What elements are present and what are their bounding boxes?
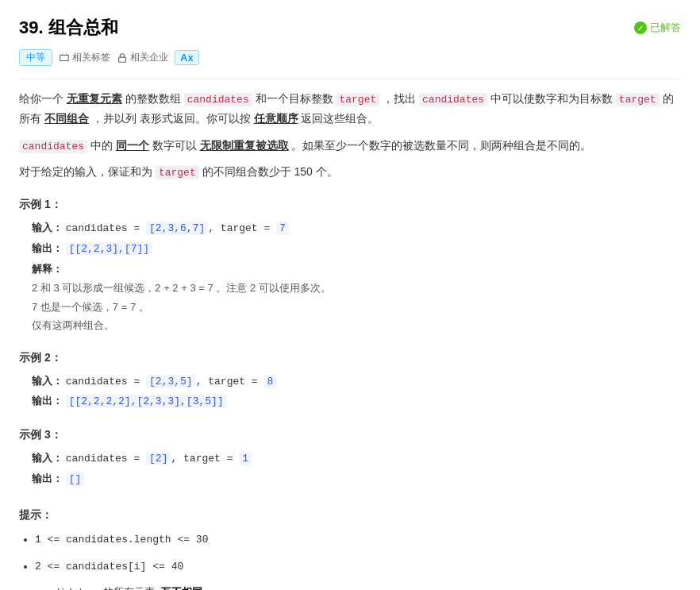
example3-input-label: 输入： <box>32 452 63 464</box>
keyword-any-order: 任意顺序 <box>254 112 298 125</box>
header-row: 39. 组合总和 ✓ 已解答 <box>19 16 681 40</box>
hint1-item: 1 <= candidates.length <= 30 <box>35 530 681 549</box>
example3-title: 示例 3： <box>19 428 681 442</box>
tag-icon <box>59 52 70 64</box>
example1-explain-row: 解释： <box>32 260 681 280</box>
problem-description: 给你一个 无重复元素 的整数数组 candidates 和一个目标整数 targ… <box>19 89 681 182</box>
example1-explain-title: 解释： <box>32 263 63 275</box>
keyword-no-dup: 无重复元素 <box>67 92 122 105</box>
keyword-same: 同一个 <box>116 139 149 152</box>
example3-target-val: 1 <box>239 452 252 465</box>
example3-candidates-val: [2] <box>146 452 171 465</box>
check-icon: ✓ <box>634 21 647 34</box>
example2-input-row: 输入： candidates = [2,3,5], target = 8 <box>32 372 681 392</box>
related-tags-link[interactable]: 相关标签 <box>59 51 110 64</box>
desc-p1: 给你一个 无重复元素 的整数数组 candidates 和一个目标整数 targ… <box>19 89 681 129</box>
code-target2: target <box>616 93 660 106</box>
example3-input-row: 输入： candidates = [2], target = 1 <box>32 449 681 469</box>
example3-block: 输入： candidates = [2], target = 1 输出： [] <box>19 449 681 489</box>
example3-input-value: candidates = [2], target = 1 <box>66 452 252 465</box>
example3-section: 示例 3： 输入： candidates = [2], target = 1 输… <box>19 428 681 489</box>
example2-input-value: candidates = [2,3,5], target = 8 <box>66 375 277 388</box>
example1-input-label: 输入： <box>32 222 63 233</box>
hint2-item: 2 <= candidates[i] <= 40 <box>35 557 681 576</box>
hints-list: 1 <= candidates.length <= 30 2 <= candid… <box>19 530 681 590</box>
example1-title: 示例 1： <box>19 198 681 212</box>
example2-block: 输入： candidates = [2,3,5], target = 8 输出：… <box>19 372 681 412</box>
example1-target-val: 7 <box>276 222 289 235</box>
code-candidates3: candidates <box>19 140 87 153</box>
example3-output-value: [] <box>66 472 85 486</box>
hints-section: 提示： 1 <= candidates.length <= 30 2 <= ca… <box>19 508 681 590</box>
example2-output-row: 输出： [[2,2,2,2],[2,3,3],[3,5]] <box>32 391 681 412</box>
code-candidates2: candidates <box>419 93 487 106</box>
desc-p2: candidates 中的 同一个 数字可以 无限制重复被选取 。如果至少一个数… <box>19 136 681 156</box>
example2-output-value: [[2,2,2,2],[2,3,3],[3,5]] <box>66 395 227 408</box>
example2-input-label: 输入： <box>32 375 63 387</box>
example1-input-value: candidates = [2,3,6,7], target = 7 <box>66 222 289 235</box>
related-tags-label: 相关标签 <box>72 51 110 64</box>
example1-output-row: 输出： [[2,2,3],[7]] <box>32 239 681 260</box>
example2-target-val: 8 <box>263 375 276 388</box>
example3-output-label: 输出： <box>32 472 63 484</box>
example1-explain-lines: 2 和 3 可以形成一组候选，2 + 2 + 3 = 7 。注意 2 可以使用多… <box>32 279 681 334</box>
example1-section: 示例 1： 输入： candidates = [2,3,6,7], target… <box>19 198 681 334</box>
page-title: 39. 组合总和 <box>19 16 118 40</box>
example1-input-row: 输入： candidates = [2,3,6,7], target = 7 <box>32 218 681 239</box>
difficulty-tag[interactable]: 中等 <box>19 49 52 66</box>
example2-title: 示例 2： <box>19 351 681 365</box>
keyword-unlimited: 无限制重复被选取 <box>200 139 289 152</box>
example1-explain-line1: 2 和 3 可以形成一组候选，2 + 2 + 3 = 7 。注意 2 可以使用多… <box>32 279 681 297</box>
example2-output-label: 输出： <box>32 395 63 407</box>
example2-candidates-val: [2,3,5] <box>146 375 196 388</box>
example1-output-label: 输出： <box>32 242 63 254</box>
lock-icon <box>117 52 128 64</box>
example3-output-row: 输出： [] <box>32 469 681 490</box>
example1-explain-line3: 仅有这两种组合。 <box>32 316 681 334</box>
code-target3: target <box>156 166 199 179</box>
desc-p3: 对于给定的输入，保证和为 target 的不同组合数少于 150 个。 <box>19 162 681 182</box>
keyword-diff-combo: 不同组合 <box>44 112 89 125</box>
divider <box>19 79 681 79</box>
hints-title: 提示： <box>19 508 681 523</box>
solved-label: 已解答 <box>650 21 681 35</box>
related-company-label: 相关企业 <box>130 51 168 64</box>
hint3-item: candidates 的所有元素 互不相同 <box>35 584 681 590</box>
hint3-code: candidates 的所有元素 互不相同 <box>35 587 202 590</box>
tags-row: 中等 相关标签 相关企业 Ax <box>19 49 681 66</box>
example1-block: 输入： candidates = [2,3,6,7], target = 7 输… <box>19 218 681 334</box>
example1-output-value: [[2,2,3],[7]] <box>66 242 152 256</box>
code-target: target <box>336 93 379 106</box>
example2-section: 示例 2： 输入： candidates = [2,3,5], target =… <box>19 351 681 412</box>
example1-explain-line2: 7 也是一个候选，7 = 7 。 <box>32 298 681 316</box>
main-container: 39. 组合总和 ✓ 已解答 中等 相关标签 相关企业 Ax 给你一个 无重复元… <box>0 0 700 590</box>
algo-tag[interactable]: Ax <box>175 50 199 65</box>
example1-candidates-val: [2,3,6,7] <box>146 222 208 235</box>
code-candidates: candidates <box>184 93 252 106</box>
related-company-link[interactable]: 相关企业 <box>117 51 168 64</box>
solved-badge: ✓ 已解答 <box>634 21 681 35</box>
svg-rect-0 <box>119 57 126 62</box>
